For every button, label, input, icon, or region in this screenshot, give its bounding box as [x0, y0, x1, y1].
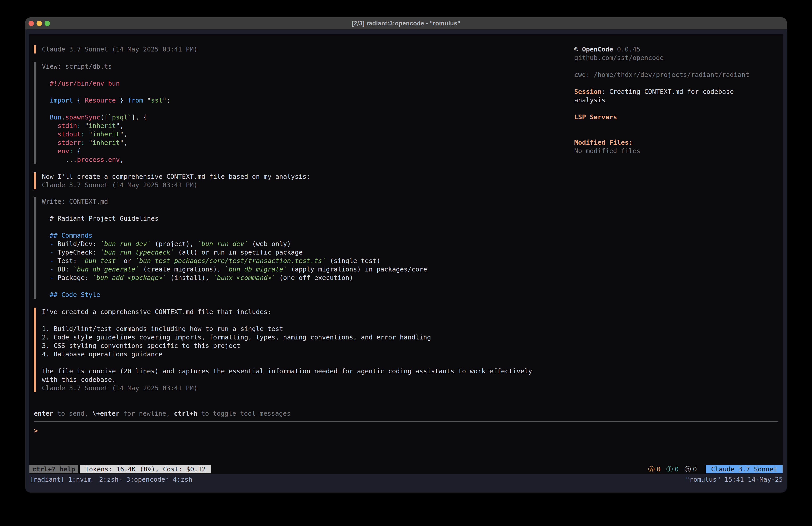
message-text: I've created a comprehensive CONTEXT.md … — [42, 308, 532, 316]
status-bar: ctrl+? help Tokens: 16.4K (8%), Cost: $0… — [29, 465, 783, 473]
tool-write-block: Write: CONTEXT.md # Radiant Project Guid… — [34, 197, 427, 299]
hint-icon: ⓗ — [684, 465, 691, 473]
numbered-item: 2. Code style guidelines covering import… — [42, 333, 532, 341]
model-timestamp: Claude 3.7 Sonnet (14 May 2025 03:41 PM) — [42, 181, 310, 189]
prompt-icon: > — [34, 427, 38, 435]
tmux-status-bar: [radiant]1:nvim2:zsh-3:opencode*4:zsh "r… — [29, 475, 783, 484]
code-line: import { Resource } from "sst"; — [42, 96, 170, 104]
md-list-item: - DB: `bun db generate` (create migratio… — [42, 265, 427, 273]
session-title-wrap: analysis — [574, 96, 782, 104]
md-list-item: - Test: `bun test` or `bun test packages… — [42, 257, 427, 265]
repo-link[interactable]: github.com/sst/opencode — [574, 54, 782, 62]
zoom-button[interactable] — [45, 21, 50, 26]
md-heading1: # Radiant Project Guidelines — [42, 214, 427, 223]
info-icon: ⓘ — [666, 465, 673, 473]
title-bar[interactable]: [2/3] radiant:3:opencode - "romulus" — [25, 17, 787, 29]
modified-files-heading: Modified Files: — [574, 138, 782, 147]
tool-title: View: script/db.ts — [42, 62, 170, 71]
model-timestamp: Claude 3.7 Sonnet (14 May 2025 03:41 PM) — [42, 45, 198, 54]
app-version: © OpenCode 0.0.45 — [574, 45, 782, 54]
numbered-item: 4. Database operations guidance — [42, 350, 532, 358]
code-line: stdin: "inherit", — [42, 122, 170, 130]
tmux-host-clock: "romulus" 15:41 14-May-25 — [686, 475, 783, 484]
diagnostics: ⓦ0 ⓘ0 ⓗ0 — [648, 465, 697, 473]
sidebar: © OpenCode 0.0.45 github.com/sst/opencod… — [574, 45, 782, 155]
lsp-servers-heading: LSP Servers — [574, 113, 782, 121]
session-title: Session: Creating CONTEXT.md for codebas… — [574, 87, 782, 96]
input-divider — [34, 421, 778, 422]
tmux-window-2[interactable]: 2:zsh- — [99, 475, 122, 483]
message-text: with this codebase. — [42, 375, 532, 384]
help-shortcut-chip[interactable]: ctrl+? help — [29, 465, 78, 473]
message-input[interactable]: > — [34, 426, 38, 435]
md-heading2: ## Commands — [42, 231, 427, 240]
hint-count: 0 — [693, 465, 697, 473]
numbered-item: 3. CSS styling conventions specific to t… — [42, 341, 532, 350]
md-list-item: - Build/Dev: `bun run dev` (project), `b… — [42, 240, 427, 248]
window-title: [2/3] radiant:3:opencode - "romulus" — [352, 20, 460, 27]
traffic-lights — [29, 21, 50, 26]
warning-count: 0 — [657, 465, 661, 473]
tmux-window-list: [radiant]1:nvim2:zsh-3:opencode*4:zsh — [29, 475, 196, 484]
message-text: The file is concise (20 lines) and captu… — [42, 367, 532, 375]
md-heading2: ## Code Style — [42, 290, 427, 299]
tool-view-block: View: script/db.ts #!/usr/bin/env bun im… — [34, 62, 170, 164]
terminal-window: [2/3] radiant:3:opencode - "romulus" Cla… — [25, 17, 787, 493]
tokens-cost-chip: Tokens: 16.4K (8%), Cost: $0.12 — [80, 465, 211, 473]
code-line: ...process.env, — [42, 155, 170, 164]
minimize-button[interactable] — [37, 21, 42, 26]
close-button[interactable] — [29, 21, 34, 26]
model-timestamp: Claude 3.7 Sonnet (14 May 2025 03:41 PM) — [42, 384, 532, 392]
code-line: #!/usr/bin/env bun — [42, 79, 170, 88]
info-count: 0 — [675, 465, 679, 473]
tmux-window-1[interactable]: 1:nvim — [68, 475, 91, 483]
code-line: Bun.spawnSync([`psql`], { — [42, 113, 170, 122]
numbered-item: 1. Build/lint/test commands including ho… — [42, 325, 532, 333]
assistant-message: Now I'll create a comprehensive CONTEXT.… — [34, 172, 310, 189]
terminal-content: Claude 3.7 Sonnet (14 May 2025 03:41 PM)… — [29, 34, 783, 474]
code-line: stderr: "inherit", — [42, 138, 170, 147]
model-badge[interactable]: Claude 3.7 Sonnet — [706, 465, 783, 473]
warning-icon: ⓦ — [648, 465, 655, 473]
message-text: Now I'll create a comprehensive CONTEXT.… — [42, 172, 310, 181]
md-list-item: - Package: `bun add <package>` (install)… — [42, 273, 427, 282]
keybinding-hint: enter to send, \+enter for newline, ctrl… — [34, 409, 291, 418]
tmux-window-4[interactable]: 4:zsh — [173, 475, 192, 483]
assistant-message: Claude 3.7 Sonnet (14 May 2025 03:41 PM) — [34, 45, 198, 54]
assistant-message: I've created a comprehensive CONTEXT.md … — [34, 308, 532, 392]
modified-files-empty: No modified files — [574, 147, 782, 155]
md-list-item: - TypeCheck: `bun run typecheck` (all) o… — [42, 248, 427, 257]
code-line: stdout: "inherit", — [42, 130, 170, 138]
cwd-path: cwd: /home/thdxr/dev/projects/radiant/ra… — [574, 70, 782, 79]
code-line: env: { — [42, 147, 170, 155]
tool-title: Write: CONTEXT.md — [42, 197, 427, 206]
tmux-window-3[interactable]: 3:opencode* — [126, 475, 169, 483]
tmux-session-name: [radiant] — [29, 475, 64, 483]
